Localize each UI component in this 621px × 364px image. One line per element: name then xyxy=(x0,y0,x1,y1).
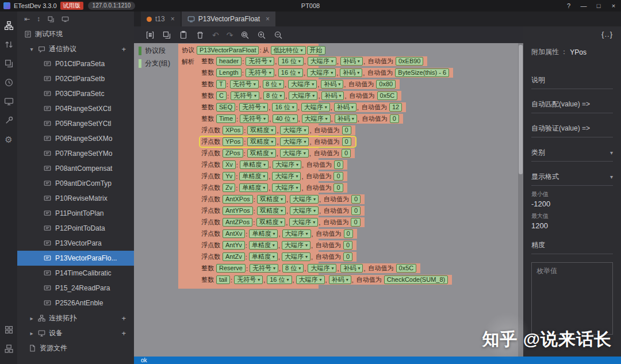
field-attr-chip[interactable]: 大端序▾ xyxy=(282,252,310,261)
field-attr-chip[interactable]: 单精度▾ xyxy=(239,172,268,181)
field-value-chip[interactable]: CheckCode(SUM_8) xyxy=(384,275,448,284)
tree-item-protocol[interactable]: P04RangeSetXCtl xyxy=(17,101,134,116)
field-attr-chip[interactable]: 大端序▾ xyxy=(290,206,319,215)
field-name-chip[interactable]: YPos xyxy=(223,137,243,146)
field-value-chip[interactable]: 0 xyxy=(342,126,351,135)
field-value-chip[interactable]: 0 xyxy=(351,206,361,215)
field-name-chip[interactable]: AntZPos xyxy=(223,218,252,227)
field-attr-chip[interactable]: 大端序▾ xyxy=(280,137,309,146)
canvas-scrollbar[interactable] xyxy=(518,43,523,357)
field-attr-chip[interactable]: 补码▾ xyxy=(340,57,363,66)
field-attr-chip[interactable]: 单精度▾ xyxy=(249,229,278,238)
field-name-chip[interactable]: T xyxy=(216,80,226,89)
field-row-Length[interactable]: 整数Length : 无符号▾, 16 位▾, 大端序▾, 补码▾, 自动值为B… xyxy=(200,68,453,78)
field-attr-chip[interactable]: 大端序▾ xyxy=(289,91,317,100)
field-name-chip[interactable]: AntXv xyxy=(223,229,245,238)
tab-p13vectorparafloat[interactable]: P13VectorParaFloat × xyxy=(182,12,275,26)
field-row-AntZPos[interactable]: 浮点数AntZPos : 双精度▾, 大端序▾, 自动值为0 xyxy=(200,217,365,227)
zoom-out-icon[interactable] xyxy=(274,30,283,40)
category-dropdown[interactable]: 类别 ▾ xyxy=(531,141,613,162)
section-description[interactable]: 说明 xyxy=(531,68,613,89)
tree-group-resources[interactable]: 资源文件 xyxy=(17,340,134,355)
field-value-chip[interactable]: 0x5C xyxy=(377,91,398,100)
field-attr-chip[interactable]: 无符号▾ xyxy=(230,80,259,89)
field-attr-chip[interactable]: 单精度▾ xyxy=(249,252,278,261)
field-attr-chip[interactable]: 无符号▾ xyxy=(234,275,263,284)
field-row-XPos[interactable]: 浮点数XPos : 双精度▾, 大端序▾, 自动值为0 xyxy=(200,125,355,135)
field-attr-chip[interactable]: 8 位▾ xyxy=(263,80,284,89)
copy-icon[interactable] xyxy=(162,30,171,40)
field-name-chip[interactable]: XPos xyxy=(223,126,243,135)
field-row-AntYPos[interactable]: 浮点数AntYPos : 双精度▾, 大端序▾, 自动值为0 xyxy=(200,206,365,216)
field-row-T[interactable]: 整数T : 无符号▾, 8 位▾, 大端序▾, 补码▾, 自动值为0x80 xyxy=(200,79,400,89)
add-topology-button[interactable]: + xyxy=(121,314,126,323)
field-row-ZPos[interactable]: 浮点数ZPos : 双精度▾, 大端序▾, 自动值为0 xyxy=(200,148,355,158)
field-attr-chip[interactable]: 无符号▾ xyxy=(240,114,269,123)
field-row-header[interactable]: 整数header : 无符号▾, 16 位▾, 大端序▾, 补码▾, 自动值为0… xyxy=(200,56,427,66)
sort-icon[interactable]: ↕ xyxy=(37,15,40,23)
field-attr-chip[interactable]: 大端序▾ xyxy=(282,229,311,238)
field-attr-chip[interactable]: 双精度▾ xyxy=(257,195,286,204)
close-tab-icon[interactable]: × xyxy=(266,15,270,23)
field-name-chip[interactable]: header xyxy=(216,57,241,66)
tree-item-protocol[interactable]: P07RangeSetYMo xyxy=(17,146,134,161)
field-attr-chip[interactable]: 无符号▾ xyxy=(239,103,268,112)
close-button[interactable]: × xyxy=(606,0,621,12)
field-value-chip[interactable]: 0 xyxy=(351,218,360,227)
braces-icon[interactable]: {..} xyxy=(601,30,613,39)
protocol-block[interactable]: 协议 P13VectorParaFloat : 从 低比特位▾ 开始 解析 整数… xyxy=(178,44,319,289)
field-value-chip[interactable]: 0x5C xyxy=(396,264,417,273)
field-row-AntZv[interactable]: 浮点数AntZv : 单精度▾, 大端序▾, 自动值为0 xyxy=(200,252,356,262)
field-attr-chip[interactable]: 无符号▾ xyxy=(250,264,278,273)
field-attr-chip[interactable]: 大端序▾ xyxy=(290,195,319,204)
field-attr-chip[interactable]: 大端序▾ xyxy=(288,80,317,89)
tree-item-protocol[interactable]: P13VectorPara xyxy=(17,236,134,251)
field-attr-chip[interactable]: 补码▾ xyxy=(340,264,363,273)
field-attr-chip[interactable]: 大端序▾ xyxy=(280,149,309,158)
field-name-chip[interactable]: Xv xyxy=(223,160,236,169)
field-name-chip[interactable]: AntYv xyxy=(223,241,245,250)
field-attr-chip[interactable]: 无符号▾ xyxy=(246,68,274,77)
field-attr-chip[interactable]: 大端序▾ xyxy=(272,172,301,181)
field-attr-chip[interactable]: 16 位▾ xyxy=(278,68,303,77)
field-row-Zv[interactable]: 浮点数Zv : 单精度▾, 大端序▾, 自动值为0 xyxy=(200,183,347,193)
field-row-C[interactable]: 整数C : 无符号▾, 8 位▾, 大端序▾, 补码▾, 自动值为0x5C xyxy=(200,91,401,101)
field-value-chip[interactable]: 0 xyxy=(390,114,399,123)
transfer-icon[interactable] xyxy=(0,35,17,54)
field-value-chip[interactable]: 0 xyxy=(343,241,352,250)
legend-branch-group[interactable]: 分支(组) xyxy=(139,59,170,68)
field-attr-chip[interactable]: 40 位▾ xyxy=(273,114,297,123)
copy-icon[interactable] xyxy=(47,16,55,23)
bit-order-chip[interactable]: 低比特位▾ xyxy=(271,46,306,55)
maximize-button[interactable]: □ xyxy=(591,0,606,12)
field-row-AntXv[interactable]: 浮点数AntXv : 单精度▾, 大端序▾, 自动值为0 xyxy=(200,229,357,239)
debug-monitor-icon[interactable] xyxy=(0,92,17,111)
field-attr-chip[interactable]: 16 位▾ xyxy=(278,57,303,66)
section-precision[interactable]: 精度 xyxy=(531,233,613,254)
field-value-chip[interactable]: 0x80 xyxy=(376,80,396,89)
tree-item-protocol[interactable]: P2526AntEnble xyxy=(17,296,134,311)
min-value-field[interactable]: -1200 xyxy=(531,200,613,208)
redo-icon[interactable]: ↷ xyxy=(227,31,233,39)
tree-item-protocol[interactable]: P05RangeSetYCtl xyxy=(17,116,134,131)
field-value-chip[interactable]: ByteSize(this) - 6 xyxy=(395,68,449,77)
preview-icon[interactable] xyxy=(62,16,69,23)
field-attr-chip[interactable]: 补码▾ xyxy=(335,114,357,123)
field-attr-chip[interactable]: 无符号▾ xyxy=(246,57,274,66)
close-tab-icon[interactable]: × xyxy=(171,15,175,23)
field-attr-chip[interactable]: 补码▾ xyxy=(340,68,362,77)
start-chip[interactable]: 开始 xyxy=(307,46,325,55)
add-device-button[interactable]: + xyxy=(121,329,126,338)
field-row-Time[interactable]: 整数Time : 无符号▾, 40 位▾, 大端序▾, 补码▾, 自动值为0 xyxy=(200,114,403,124)
undo-icon[interactable]: ↶ xyxy=(212,31,219,39)
field-attr-chip[interactable]: 补码▾ xyxy=(321,80,343,89)
paste-icon[interactable] xyxy=(179,30,188,40)
tab-t13[interactable]: t13 × xyxy=(141,12,181,26)
field-value-chip[interactable]: 0 xyxy=(334,183,343,192)
field-name-chip[interactable]: Zv xyxy=(223,183,235,192)
field-name-chip[interactable]: C xyxy=(216,91,227,100)
tree-item-protocol[interactable]: P06RangeSetXMo xyxy=(17,131,134,146)
field-attr-chip[interactable]: 8 位▾ xyxy=(282,264,304,273)
field-name-chip[interactable]: Length xyxy=(216,68,241,77)
settings-gear-icon[interactable]: ⚙ xyxy=(0,130,17,149)
